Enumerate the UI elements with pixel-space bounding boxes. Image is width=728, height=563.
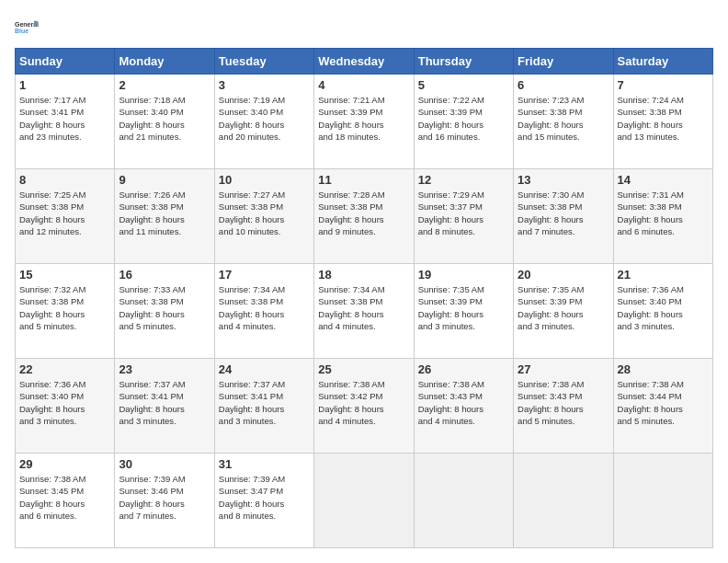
day-number: 26	[418, 362, 509, 376]
day-number: 30	[119, 457, 210, 471]
calendar-cell: 21Sunrise: 7:36 AMSunset: 3:40 PMDayligh…	[613, 264, 712, 359]
calendar-cell	[414, 454, 513, 548]
calendar-cell: 17Sunrise: 7:34 AMSunset: 3:38 PMDayligh…	[214, 264, 313, 359]
calendar-header-sunday: Sunday	[16, 49, 115, 75]
day-info: Sunrise: 7:31 AMSunset: 3:38 PMDaylight:…	[618, 189, 709, 237]
calendar-week-4: 22Sunrise: 7:36 AMSunset: 3:40 PMDayligh…	[16, 359, 713, 454]
calendar-week-1: 1Sunrise: 7:17 AMSunset: 3:41 PMDaylight…	[16, 75, 713, 169]
calendar-table: SundayMondayTuesdayWednesdayThursdayFrid…	[15, 48, 713, 548]
day-info: Sunrise: 7:38 AMSunset: 3:43 PMDaylight:…	[418, 378, 509, 427]
calendar-cell: 26Sunrise: 7:38 AMSunset: 3:43 PMDayligh…	[414, 359, 513, 454]
day-info: Sunrise: 7:29 AMSunset: 3:37 PMDaylight:…	[418, 189, 509, 237]
day-info: Sunrise: 7:30 AMSunset: 3:38 PMDaylight:…	[518, 189, 609, 237]
day-info: Sunrise: 7:28 AMSunset: 3:38 PMDaylight:…	[318, 189, 409, 237]
day-number: 24	[219, 362, 310, 376]
day-info: Sunrise: 7:38 AMSunset: 3:44 PMDaylight:…	[618, 378, 709, 427]
day-number: 25	[318, 362, 409, 376]
calendar-cell: 25Sunrise: 7:38 AMSunset: 3:42 PMDayligh…	[314, 359, 414, 454]
calendar-cell: 18Sunrise: 7:34 AMSunset: 3:38 PMDayligh…	[314, 264, 414, 359]
day-number: 3	[219, 78, 310, 92]
day-number: 19	[418, 268, 509, 282]
day-info: Sunrise: 7:35 AMSunset: 3:39 PMDaylight:…	[418, 283, 509, 332]
calendar-week-2: 8Sunrise: 7:25 AMSunset: 3:38 PMDaylight…	[16, 169, 713, 264]
day-info: Sunrise: 7:36 AMSunset: 3:40 PMDaylight:…	[618, 283, 709, 332]
day-info: Sunrise: 7:18 AMSunset: 3:40 PMDaylight:…	[119, 94, 210, 143]
day-info: Sunrise: 7:37 AMSunset: 3:41 PMDaylight:…	[219, 378, 310, 427]
calendar-header-saturday: Saturday	[613, 49, 712, 75]
day-number: 14	[618, 173, 709, 187]
day-info: Sunrise: 7:36 AMSunset: 3:40 PMDaylight:…	[19, 378, 110, 427]
calendar-cell: 5Sunrise: 7:22 AMSunset: 3:39 PMDaylight…	[414, 75, 513, 169]
day-info: Sunrise: 7:38 AMSunset: 3:43 PMDaylight:…	[518, 378, 609, 427]
calendar-cell: 19Sunrise: 7:35 AMSunset: 3:39 PMDayligh…	[414, 264, 513, 359]
calendar-cell: 1Sunrise: 7:17 AMSunset: 3:41 PMDaylight…	[16, 75, 115, 169]
day-number: 28	[618, 362, 709, 376]
day-number: 4	[318, 78, 409, 92]
day-info: Sunrise: 7:35 AMSunset: 3:39 PMDaylight:…	[518, 283, 609, 332]
day-number: 20	[518, 268, 609, 282]
calendar-cell: 12Sunrise: 7:29 AMSunset: 3:37 PMDayligh…	[414, 169, 513, 264]
day-info: Sunrise: 7:38 AMSunset: 3:45 PMDaylight:…	[19, 473, 110, 522]
day-number: 10	[219, 173, 310, 187]
day-info: Sunrise: 7:17 AMSunset: 3:41 PMDaylight:…	[19, 94, 110, 143]
day-number: 6	[518, 78, 609, 92]
calendar-cell: 23Sunrise: 7:37 AMSunset: 3:41 PMDayligh…	[115, 359, 214, 454]
calendar-cell	[514, 454, 613, 548]
day-info: Sunrise: 7:24 AMSunset: 3:38 PMDaylight:…	[618, 94, 709, 143]
logo: GeneralBlue	[15, 15, 40, 40]
day-info: Sunrise: 7:38 AMSunset: 3:42 PMDaylight:…	[318, 378, 409, 427]
day-info: Sunrise: 7:26 AMSunset: 3:38 PMDaylight:…	[119, 189, 210, 237]
day-number: 23	[119, 362, 210, 376]
calendar-header-thursday: Thursday	[414, 49, 513, 75]
day-info: Sunrise: 7:22 AMSunset: 3:39 PMDaylight:…	[418, 94, 509, 143]
calendar-header-tuesday: Tuesday	[214, 49, 313, 75]
calendar-cell: 3Sunrise: 7:19 AMSunset: 3:40 PMDaylight…	[214, 75, 313, 169]
calendar-cell	[314, 454, 414, 548]
day-number: 2	[119, 78, 210, 92]
day-info: Sunrise: 7:37 AMSunset: 3:41 PMDaylight:…	[119, 378, 210, 427]
calendar-cell	[613, 454, 712, 548]
day-number: 8	[19, 173, 110, 187]
day-info: Sunrise: 7:34 AMSunset: 3:38 PMDaylight:…	[318, 283, 409, 332]
header: GeneralBlue	[15, 15, 713, 40]
day-info: Sunrise: 7:21 AMSunset: 3:39 PMDaylight:…	[318, 94, 409, 143]
calendar-cell: 9Sunrise: 7:26 AMSunset: 3:38 PMDaylight…	[115, 169, 214, 264]
calendar-cell: 31Sunrise: 7:39 AMSunset: 3:47 PMDayligh…	[214, 454, 313, 548]
day-number: 12	[418, 173, 509, 187]
day-info: Sunrise: 7:27 AMSunset: 3:38 PMDaylight:…	[219, 189, 310, 237]
calendar-header-row: SundayMondayTuesdayWednesdayThursdayFrid…	[16, 49, 713, 75]
calendar-cell: 13Sunrise: 7:30 AMSunset: 3:38 PMDayligh…	[514, 169, 613, 264]
day-info: Sunrise: 7:19 AMSunset: 3:40 PMDaylight:…	[219, 94, 310, 143]
day-info: Sunrise: 7:25 AMSunset: 3:38 PMDaylight:…	[19, 189, 110, 237]
day-number: 31	[219, 457, 310, 471]
calendar-cell: 7Sunrise: 7:24 AMSunset: 3:38 PMDaylight…	[613, 75, 712, 169]
calendar-cell: 8Sunrise: 7:25 AMSunset: 3:38 PMDaylight…	[16, 169, 115, 264]
svg-text:Blue: Blue	[15, 28, 28, 34]
day-info: Sunrise: 7:32 AMSunset: 3:38 PMDaylight:…	[19, 283, 110, 332]
calendar-cell: 4Sunrise: 7:21 AMSunset: 3:39 PMDaylight…	[314, 75, 414, 169]
calendar-cell: 29Sunrise: 7:38 AMSunset: 3:45 PMDayligh…	[16, 454, 115, 548]
day-info: Sunrise: 7:34 AMSunset: 3:38 PMDaylight:…	[219, 283, 310, 332]
day-number: 18	[318, 268, 409, 282]
day-info: Sunrise: 7:39 AMSunset: 3:47 PMDaylight:…	[219, 473, 310, 522]
day-number: 17	[219, 268, 310, 282]
calendar-cell: 27Sunrise: 7:38 AMSunset: 3:43 PMDayligh…	[514, 359, 613, 454]
day-info: Sunrise: 7:33 AMSunset: 3:38 PMDaylight:…	[119, 283, 210, 332]
day-number: 5	[418, 78, 509, 92]
calendar-cell: 30Sunrise: 7:39 AMSunset: 3:46 PMDayligh…	[115, 454, 214, 548]
calendar-cell: 20Sunrise: 7:35 AMSunset: 3:39 PMDayligh…	[514, 264, 613, 359]
day-info: Sunrise: 7:39 AMSunset: 3:46 PMDaylight:…	[119, 473, 210, 522]
calendar-header-wednesday: Wednesday	[314, 49, 414, 75]
calendar-cell: 28Sunrise: 7:38 AMSunset: 3:44 PMDayligh…	[613, 359, 712, 454]
page: GeneralBlue SundayMondayTuesdayWednesday…	[0, 0, 728, 563]
calendar-cell: 10Sunrise: 7:27 AMSunset: 3:38 PMDayligh…	[214, 169, 313, 264]
day-number: 11	[318, 173, 409, 187]
calendar-cell: 24Sunrise: 7:37 AMSunset: 3:41 PMDayligh…	[214, 359, 313, 454]
day-number: 22	[19, 362, 110, 376]
logo-icon: GeneralBlue	[15, 15, 40, 40]
calendar-cell: 6Sunrise: 7:23 AMSunset: 3:38 PMDaylight…	[514, 75, 613, 169]
calendar-cell: 2Sunrise: 7:18 AMSunset: 3:40 PMDaylight…	[115, 75, 214, 169]
day-number: 1	[19, 78, 110, 92]
calendar-cell: 22Sunrise: 7:36 AMSunset: 3:40 PMDayligh…	[16, 359, 115, 454]
calendar-week-5: 29Sunrise: 7:38 AMSunset: 3:45 PMDayligh…	[16, 454, 713, 548]
